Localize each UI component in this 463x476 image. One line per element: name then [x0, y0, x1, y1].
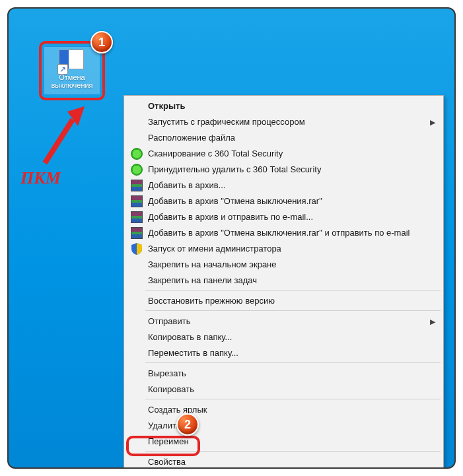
- menu-item-label: Переимен: [148, 436, 189, 446]
- menu-separator: [145, 310, 441, 311]
- step-badge-2: 2: [176, 413, 199, 436]
- menu-item[interactable]: Сканирование с 360 Total Security: [125, 145, 442, 161]
- menu-item[interactable]: Переместить в папку...: [125, 345, 442, 360]
- security-icon: [131, 148, 143, 160]
- chevron-right-icon: ▶: [430, 318, 435, 326]
- menu-separator: [145, 399, 441, 399]
- desktop-shortcut[interactable]: ↗ Отмена выключения: [44, 46, 100, 95]
- chevron-right-icon: ▶: [430, 118, 435, 127]
- menu-item[interactable]: Принудительно удалить с 360 Total Securi…: [125, 161, 442, 177]
- menu-item-label: Копировать в папку...: [148, 332, 232, 342]
- menu-item-label: Добавить в архив...: [148, 180, 225, 190]
- menu-item-label: Отправить: [148, 316, 190, 326]
- menu-item-label: Закрепить на начальном экране: [148, 259, 277, 269]
- menu-separator: [145, 451, 441, 452]
- step-badge-1: 1: [90, 31, 113, 53]
- menu-item[interactable]: Восстановить прежнюю версию: [125, 292, 442, 308]
- menu-item-label: Добавить в архив "Отмена выключения.rar"…: [148, 228, 410, 238]
- archive-icon: [131, 195, 143, 207]
- svg-marker-1: [67, 106, 85, 126]
- archive-icon: [131, 211, 143, 223]
- menu-item-label: Открыть: [148, 101, 185, 111]
- shortcut-icon: ↗: [59, 50, 85, 72]
- archive-icon: [131, 227, 143, 239]
- menu-item[interactable]: Удалить: [125, 417, 442, 433]
- menu-item-label: Сканирование с 360 Total Security: [148, 149, 283, 158]
- shortcut-label: Отмена выключения: [44, 73, 100, 89]
- menu-item-label: Переместить в папку...: [148, 348, 238, 358]
- menu-item[interactable]: Открыть: [125, 98, 442, 114]
- menu-item[interactable]: Запустить с графическим процессором▶: [125, 114, 442, 129]
- menu-item[interactable]: Переимен: [125, 433, 442, 449]
- menu-item-label: Расположение файла: [148, 133, 235, 143]
- desktop-area: ↗ Отмена выключения 1 ПКМ ОткрытьЗапусти…: [7, 7, 456, 469]
- menu-item[interactable]: Расположение файла: [125, 129, 442, 145]
- menu-item-label: Свойства: [148, 457, 186, 467]
- menu-item[interactable]: Создать ярлык: [125, 401, 442, 417]
- menu-item-label: Вырезать: [148, 368, 186, 378]
- menu-item-label: Закрепить на панели задач: [148, 275, 257, 285]
- pkm-annotation: ПКМ: [20, 168, 61, 188]
- menu-item[interactable]: Копировать: [125, 381, 442, 397]
- menu-item[interactable]: Вырезать: [125, 365, 442, 381]
- menu-item-label: Создать ярлык: [148, 405, 207, 415]
- menu-separator: [145, 290, 441, 290]
- svg-line-0: [45, 119, 73, 163]
- menu-item[interactable]: Копировать в папку...: [125, 329, 442, 345]
- archive-icon: [131, 180, 143, 191]
- menu-item[interactable]: Добавить в архив...: [125, 177, 442, 193]
- menu-item-label: Запуск от имени администратора: [148, 244, 281, 254]
- shortcut-arrow-badge: ↗: [57, 64, 68, 75]
- menu-item[interactable]: Закрепить на начальном экране: [125, 256, 442, 272]
- context-menu: ОткрытьЗапустить с графическим процессор…: [124, 95, 444, 469]
- menu-separator: [145, 362, 441, 363]
- menu-item[interactable]: Добавить в архив "Отмена выключения.rar": [125, 193, 442, 209]
- menu-item-label: Принудительно удалить с 360 Total Securi…: [148, 164, 321, 174]
- menu-item[interactable]: Запуск от имени администратора: [125, 240, 442, 256]
- menu-item[interactable]: Закрепить на панели задач: [125, 272, 442, 288]
- menu-item-label: Копировать: [148, 384, 194, 394]
- shield-icon: [131, 243, 143, 255]
- menu-item-label: Добавить в архив и отправить по e-mail..…: [148, 212, 313, 222]
- menu-item[interactable]: Свойства: [125, 454, 442, 469]
- annotation-arrow-icon: [38, 106, 85, 170]
- security-icon: [131, 164, 143, 176]
- menu-item-label: Добавить в архив "Отмена выключения.rar": [148, 196, 322, 206]
- menu-item[interactable]: Добавить в архив и отправить по e-mail..…: [125, 209, 442, 224]
- menu-item-label: Запустить с графическим процессором: [148, 117, 305, 127]
- menu-item[interactable]: Отправить▶: [125, 313, 442, 329]
- menu-item[interactable]: Добавить в архив "Отмена выключения.rar"…: [125, 224, 442, 240]
- menu-item-label: Восстановить прежнюю версию: [148, 296, 275, 306]
